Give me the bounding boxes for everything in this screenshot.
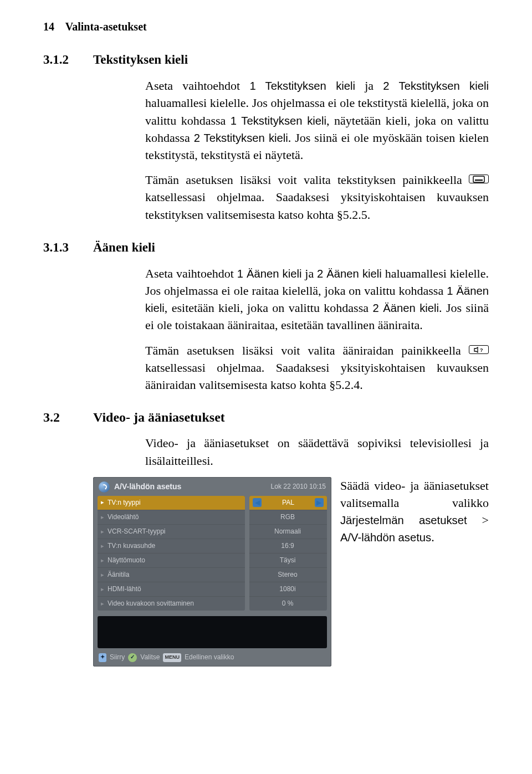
paragraph: Säädä video- ja ääniasetukset valitsemal…	[340, 477, 489, 546]
paragraph: Aseta vaihtoehdot 1 Äänen kieli ja 2 Ään…	[145, 265, 489, 334]
settings-row-value: Stereo	[249, 568, 327, 582]
heading-3-1-3: 3.1.3 Äänen kieli	[43, 239, 489, 257]
menu-key-icon: MENU	[163, 653, 181, 662]
chevron-right-icon: ▸	[101, 513, 104, 522]
chevron-right-icon: ▸	[101, 498, 104, 507]
screenshot-titlebar: A/V-lähdön asetus Lok 22 2010 10:15	[93, 477, 331, 496]
settings-row-value: Täysi	[249, 553, 327, 568]
heading-number: 3.1.2	[43, 51, 93, 69]
screenshot-legend: ✦ Siirry ✓ Valitse MENU Edellinen valikk…	[93, 648, 331, 667]
settings-row-value: ◀PAL▶	[249, 496, 327, 510]
svg-rect-0	[473, 176, 484, 182]
page-number: 14	[43, 20, 54, 33]
heading-title: Tekstityksen kieli	[93, 51, 188, 69]
settings-row-label: ▸TV:n kuvasuhde	[98, 539, 245, 553]
nav-key-icon: ✦	[99, 653, 106, 662]
heading-number: 3.1.3	[43, 239, 93, 257]
subtitle-button-icon	[469, 175, 489, 183]
arrow-right-icon: ▶	[315, 498, 324, 507]
screenshot-preview-area	[98, 616, 327, 648]
settings-row-label: ▸Äänitila	[98, 568, 245, 582]
settings-row-label: ▸HDMI-lähtö	[98, 582, 245, 597]
legend-select: Valitse	[140, 653, 160, 662]
heading-title: Äänen kieli	[93, 239, 155, 257]
svg-text:?: ?	[480, 347, 483, 353]
settings-row-label: ▸TV:n tyyppi	[98, 496, 245, 510]
paragraph: Video- ja ääniasetukset on säädettävä so…	[145, 434, 489, 469]
settings-values-column: ◀PAL▶RGBNormaali16:9TäysiStereo1080i0 %	[249, 496, 327, 611]
heading-3-2: 3.2 Video- ja ääniasetukset	[43, 408, 489, 427]
running-header: 14 Valinta-asetukset	[43, 19, 489, 34]
paragraph: Aseta vaihtoehdot 1 Tekstityksen kieli j…	[145, 77, 489, 163]
running-title: Valinta-asetukset	[65, 20, 147, 33]
legend-back: Edellinen valikko	[185, 653, 234, 662]
av-settings-icon	[99, 481, 110, 493]
chevron-right-icon: ▸	[101, 585, 104, 594]
settings-row-label: ▸Näyttömuoto	[98, 553, 245, 568]
screenshot-clock: Lok 22 2010 10:15	[271, 482, 326, 491]
chevron-right-icon: ▸	[101, 571, 104, 580]
screenshot-title: A/V-lähdön asetus	[114, 481, 271, 493]
settings-labels-column: ▸TV:n tyyppi▸Videolähtö▸VCR-SCART-tyyppi…	[98, 496, 245, 611]
arrow-left-icon: ◀	[253, 498, 262, 507]
chevron-right-icon: ▸	[101, 556, 104, 565]
chevron-right-icon: ▸	[101, 542, 104, 551]
settings-row-value: 1080i	[249, 582, 327, 597]
settings-row-label: ▸Video kuvakoon sovittaminen	[98, 597, 245, 611]
settings-row-value: RGB	[249, 510, 327, 525]
paragraph: Tämän asetuksen lisäksi voit valita teks…	[145, 171, 489, 223]
heading-title: Video- ja ääniasetukset	[93, 408, 225, 427]
ok-key-icon: ✓	[128, 653, 137, 662]
settings-row-label: ▸VCR-SCART-tyyppi	[98, 525, 245, 539]
paragraph: Tämän asetuksen lisäksi voit valita ääni…	[145, 342, 489, 394]
settings-row-label: ▸Videolähtö	[98, 510, 245, 525]
settings-screenshot: A/V-lähdön asetus Lok 22 2010 10:15 ▸TV:…	[93, 477, 331, 667]
audio-button-icon: ?	[469, 345, 489, 354]
heading-3-1-2: 3.1.2 Tekstityksen kieli	[43, 51, 489, 69]
heading-number: 3.2	[43, 408, 93, 427]
chevron-right-icon: ▸	[101, 527, 104, 536]
svg-rect-1	[475, 180, 483, 181]
chevron-right-icon: ▸	[101, 599, 104, 608]
settings-row-value: 0 %	[249, 597, 327, 611]
legend-move: Siirry	[110, 653, 125, 662]
settings-row-value: 16:9	[249, 539, 327, 553]
settings-row-value: Normaali	[249, 525, 327, 539]
